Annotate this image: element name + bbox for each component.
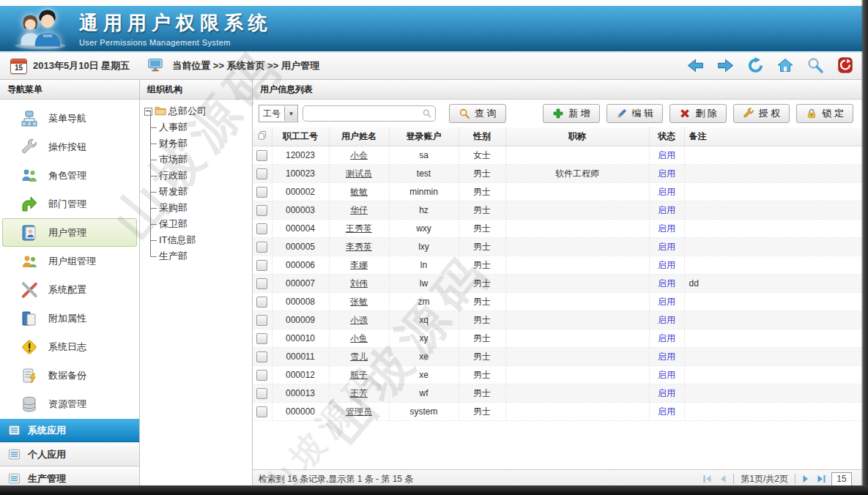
search-field-value: 工号 [259,108,284,120]
row-checkbox[interactable] [256,168,267,179]
row-checkbox[interactable] [256,351,267,362]
delete-button[interactable]: 删 除 [669,104,727,123]
sidebar-item-extra-attrs[interactable]: 附加属性 [2,304,137,332]
sidebar-item-resource-mgmt[interactable]: 资源管理 [2,390,137,418]
row-checkbox[interactable] [256,388,267,399]
user-name-link[interactable]: 瓶子 [350,370,368,380]
sidebar-item-data-backup[interactable]: 数据备份 [2,361,137,390]
table-row[interactable]: 000004王秀英wxy男士启用 [253,220,868,238]
table-row[interactable]: 000003华仔hz男士启用 [253,201,868,220]
col-header-status[interactable]: 状态 [649,127,684,146]
user-name-link[interactable]: 敏敏 [350,187,368,197]
sidebar-item-action-buttons[interactable]: 操作按钮 [2,133,137,161]
search-input[interactable] [303,105,436,122]
sidebar-menu: 菜单导航 操作按钮 角色管理 [0,100,139,418]
user-name-link[interactable]: 李娜 [350,260,368,270]
back-button[interactable] [686,56,705,75]
tree-node[interactable]: 人事部 [147,119,251,135]
col-header-remark[interactable]: 备注 [684,127,868,146]
cell-id: 000010 [272,330,329,348]
user-name-link[interactable]: 管理员 [346,406,372,417]
sidebar-item-sys-log[interactable]: 系统日志 [2,332,137,361]
tree-node[interactable]: IT信息部 [147,232,251,248]
table-row[interactable]: 000002敏敏minmin男士启用 [253,183,868,201]
user-name-link[interactable]: 小强 [350,315,368,325]
sidebar-item-label: 用户管理 [48,226,86,239]
forward-button[interactable] [716,56,735,75]
row-checkbox[interactable] [256,278,267,289]
col-header-gender[interactable]: 性别 [459,127,505,146]
table-row[interactable]: 000006李娜ln男士启用 [253,256,868,275]
table-row[interactable]: 000000管理员system男士启用 [253,403,868,421]
tree-node[interactable]: 财务部 [147,135,251,152]
prev-page-button[interactable] [718,474,728,484]
user-name-link[interactable]: 小会 [350,150,368,160]
user-name-link[interactable]: 小鱼 [350,333,368,343]
row-checkbox[interactable] [256,150,267,161]
table-row[interactable]: 000007刘伟lw男士启用dd [253,275,868,293]
row-checkbox[interactable] [256,242,267,253]
tree-node[interactable]: 生产部 [147,248,251,264]
table-row[interactable]: 000012瓶子xe男士启用 [253,366,868,384]
table-row[interactable]: 120023小会sa女士启用 [253,146,868,165]
col-header-employee-id[interactable]: 职工工号 [272,127,329,146]
user-name-link[interactable]: 华仔 [350,205,368,215]
row-checkbox[interactable] [256,260,267,271]
table-row[interactable]: 000005李秀英lxy男士启用 [253,238,868,256]
sidebar-group-personal-apps[interactable]: 个人应用 [0,442,139,466]
sidebar-item-sys-config[interactable]: 系统配置 [2,275,137,304]
user-name-link[interactable]: 王芳 [350,388,368,398]
row-checkbox[interactable] [256,205,267,216]
user-name-link[interactable]: 王秀英 [346,223,372,234]
tree-node[interactable]: 行政部 [147,168,251,184]
table-row[interactable]: 000013王芳wf男士启用 [253,384,868,403]
table-row[interactable]: 000008张敏zm男士启用 [253,293,868,311]
user-name-link[interactable]: 雪儿 [350,351,368,362]
sidebar-item-role-mgmt[interactable]: 角色管理 [2,161,137,190]
col-header-job-title[interactable]: 职称 [505,127,649,146]
sidebar-group-system-apps[interactable]: 系统应用 [0,418,139,442]
table-row[interactable]: 000011雪儿xe男士启用 [253,348,868,366]
user-name-link[interactable]: 测试员 [346,168,372,179]
exit-button[interactable] [836,56,855,75]
row-checkbox[interactable] [256,370,267,381]
col-header-user-name[interactable]: 用户姓名 [329,127,389,146]
page-size-select[interactable]: 15 [831,472,852,486]
search-field-select[interactable]: 工号 ▼ [259,105,298,122]
row-checkbox[interactable] [256,187,267,198]
sidebar-item-menu-nav[interactable]: 菜单导航 [2,104,137,133]
last-page-button[interactable] [816,474,826,484]
sidebar-item-user-group-mgmt[interactable]: 用户组管理 [2,247,137,275]
home-button[interactable] [776,56,795,75]
first-page-button[interactable] [702,474,713,484]
row-checkbox[interactable] [256,315,267,326]
sidebar-item-dept-mgmt[interactable]: 部门管理 [2,190,137,218]
tree-node[interactable]: 研发部 [147,184,251,200]
user-name-link[interactable]: 李秀英 [346,242,372,252]
row-checkbox[interactable] [256,333,267,344]
tree-node[interactable]: 保卫部 [147,216,251,232]
lock-button[interactable]: 锁 定 [796,104,853,123]
refresh-button[interactable] [746,56,765,75]
table-row[interactable]: 100023测试员test男士软件工程师启用 [253,165,868,183]
user-name-link[interactable]: 刘伟 [350,278,368,289]
table-row[interactable]: 000009小强xq男士启用 [253,311,868,330]
tree-root-node[interactable]: 总部公司 [144,103,251,119]
query-button[interactable]: 查 询 [449,104,506,123]
col-header-login-account[interactable]: 登录账户 [389,127,459,146]
tree-node[interactable]: 市场部 [147,152,251,168]
row-checkbox[interactable] [256,406,267,417]
tree-collapse-icon[interactable] [144,108,152,116]
add-button[interactable]: 新 增 [543,104,600,123]
select-all-icon[interactable] [257,133,267,143]
sidebar-item-user-mgmt[interactable]: 用户管理 [2,218,137,247]
next-page-button[interactable] [801,474,811,484]
row-checkbox[interactable] [256,223,267,234]
authorize-button[interactable]: 授 权 [733,104,790,123]
search-button[interactable] [806,56,825,75]
tree-node[interactable]: 采购部 [147,200,251,216]
user-name-link[interactable]: 张敏 [350,297,368,307]
row-checkbox[interactable] [256,297,267,308]
table-row[interactable]: 000010小鱼xy男士启用 [253,330,868,348]
edit-button[interactable]: 编 辑 [607,104,664,123]
